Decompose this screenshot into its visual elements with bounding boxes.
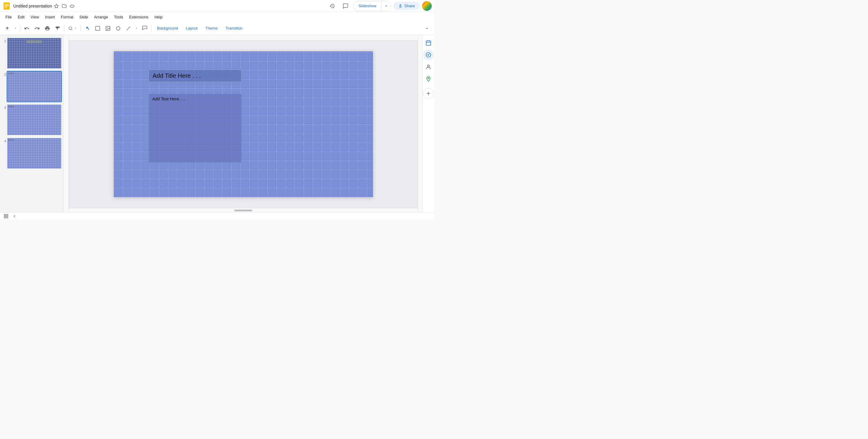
share-button[interactable]: Share [394, 2, 420, 10]
svg-point-6 [69, 27, 72, 29]
print-button[interactable] [42, 24, 52, 33]
svg-point-15 [428, 77, 429, 79]
slide-4-text: Add Text Here... [8, 140, 60, 142]
canvas-scroll-area: Add Title Here . . . Add Text Here. . . [69, 35, 418, 212]
line-dropdown[interactable] [134, 24, 139, 33]
svg-point-14 [427, 65, 429, 67]
slide-1-title-line2: Slideshow From Scratch! [8, 42, 60, 43]
menu-edit[interactable]: Edit [15, 13, 27, 21]
svg-line-11 [127, 27, 130, 30]
svg-point-9 [107, 27, 107, 28]
star-icon-btn[interactable] [53, 3, 60, 9]
app-wrapper: Untitled presentation Slideshow [0, 0, 434, 220]
paint-format-button[interactable] [53, 24, 62, 33]
slide-panel: 1 How To Make An Aesthetic Slideshow Fro… [0, 35, 63, 212]
svg-rect-18 [4, 217, 6, 218]
title-icons [53, 3, 75, 9]
layout-button[interactable]: Layout [182, 25, 201, 32]
shapes-button[interactable] [113, 24, 123, 33]
slide-number-4: 4 [2, 138, 6, 143]
title-bar: Untitled presentation Slideshow [0, 0, 434, 12]
grid-view-button[interactable] [2, 213, 10, 220]
menu-insert[interactable]: Insert [42, 13, 58, 21]
comment-button[interactable] [140, 24, 150, 33]
slideshow-button[interactable]: Slideshow [354, 2, 381, 10]
menu-extensions[interactable]: Extensions [126, 13, 152, 21]
right-sidebar [422, 35, 434, 212]
vertical-scrollbar[interactable] [418, 35, 422, 212]
presentation-title: Untitled presentation [13, 4, 52, 8]
share-label: Share [404, 4, 415, 8]
menu-slide[interactable]: Slide [76, 13, 91, 21]
new-dropdown[interactable] [13, 24, 18, 33]
menu-help[interactable]: Help [151, 13, 165, 21]
collapse-toolbar-button[interactable] [422, 24, 432, 33]
body-placeholder-text: Add Text Here. . . [152, 96, 185, 101]
theme-button[interactable]: Theme [202, 25, 221, 32]
image-button[interactable] [103, 24, 113, 33]
slide-item-4[interactable]: 4 Add Title Here Add Text Here... [1, 137, 62, 169]
svg-rect-2 [4, 4, 9, 5]
slideshow-chevron-button[interactable] [381, 1, 391, 11]
frame-button[interactable] [93, 24, 102, 33]
toolbar: + ↖ [0, 22, 434, 35]
menu-arrange[interactable]: Arrange [91, 13, 111, 21]
slide-item-1[interactable]: 1 How To Make An Aesthetic Slideshow Fro… [1, 37, 62, 69]
tasks-sidebar-icon[interactable] [423, 50, 434, 60]
menu-file[interactable]: File [2, 13, 15, 21]
slide-thumb-wrapper-4: Add Title Here Add Text Here... [7, 138, 61, 168]
slide-thumbnail-2: Add Title Here Add Text Here... [7, 71, 61, 102]
slideshow-button-group: Slideshow [353, 1, 391, 11]
transition-button[interactable]: Transition [222, 25, 246, 32]
sep-4 [151, 25, 152, 32]
user-avatar[interactable] [422, 1, 432, 11]
line-button[interactable] [124, 24, 133, 33]
slide-thumb-wrapper-2: Add Title Here Add Text Here... [7, 71, 61, 102]
comments-button[interactable] [340, 1, 351, 11]
undo-button[interactable] [22, 24, 32, 33]
slides-app-icon [2, 2, 11, 10]
add-sidebar-button[interactable] [423, 88, 434, 99]
svg-rect-16 [4, 214, 6, 216]
sep-3 [81, 25, 81, 32]
svg-rect-7 [96, 26, 100, 30]
horizontal-ruler [69, 35, 418, 40]
background-button[interactable]: Background [153, 25, 182, 32]
slide-2-text: Add Text Here... [8, 74, 60, 75]
redo-button[interactable] [32, 24, 42, 33]
maps-sidebar-icon[interactable] [423, 73, 434, 85]
new-button[interactable]: + [2, 24, 12, 33]
cloud-icon-btn[interactable] [69, 3, 75, 9]
slide-thumb-wrapper-3: Add Title Here Add Text Here... [7, 105, 61, 135]
title-placeholder-text: Add Title Here . . . [153, 72, 201, 79]
horizontal-scrollbar[interactable] [69, 208, 418, 212]
contacts-sidebar-icon[interactable] [423, 62, 434, 72]
svg-rect-12 [426, 41, 431, 45]
menu-view[interactable]: View [27, 13, 42, 21]
slide-canvas[interactable]: Add Title Here . . . Add Text Here. . . [114, 51, 373, 197]
header-right: Slideshow Share [327, 1, 432, 11]
history-button[interactable] [327, 1, 338, 11]
svg-rect-19 [6, 217, 8, 218]
canvas-wrapper: Add Title Here . . . Add Text Here. . . [63, 35, 422, 212]
panel-toggle-button[interactable] [11, 213, 18, 220]
calendar-sidebar-icon[interactable] [423, 37, 434, 48]
content-area: 1 How To Make An Aesthetic Slideshow Fro… [0, 35, 434, 212]
title-textbox[interactable]: Add Title Here . . . [148, 69, 242, 82]
slide-item-2[interactable]: 2 Add Title Here Add Text Here... [1, 71, 62, 102]
body-textbox[interactable]: Add Text Here. . . [148, 93, 242, 163]
svg-rect-4 [4, 7, 7, 7]
menu-tools[interactable]: Tools [111, 13, 126, 21]
slide-3-text: Add Text Here... [8, 107, 60, 108]
slide-item-3[interactable]: 3 Add Title Here Add Text Here... [1, 104, 62, 136]
zoom-dropdown[interactable] [66, 24, 79, 33]
toolbar-right [422, 24, 432, 33]
menu-format[interactable]: Format [58, 13, 76, 21]
folder-icon-btn[interactable] [61, 3, 67, 9]
svg-rect-3 [4, 5, 9, 6]
slide-number-3: 3 [2, 105, 6, 109]
select-button[interactable]: ↖ [83, 24, 92, 33]
svg-rect-5 [400, 6, 401, 7]
bottom-bar [0, 212, 434, 220]
canvas-area: Add Title Here . . . Add Text Here. . . [69, 40, 418, 208]
